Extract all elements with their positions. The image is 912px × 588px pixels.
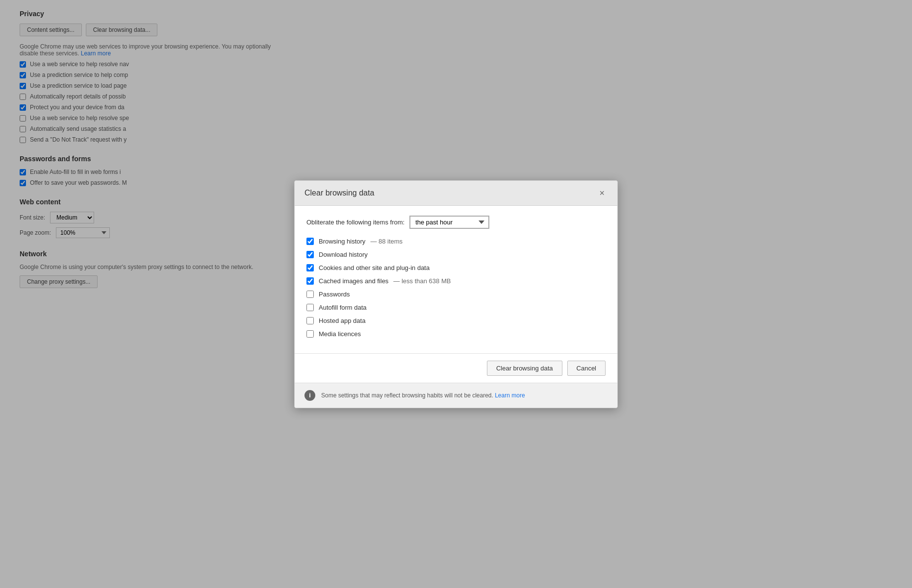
obliterate-label: Obliterate the following items from: xyxy=(306,219,405,226)
time-range-select[interactable]: the past hourthe past daythe past weekth… xyxy=(409,216,489,229)
dialog-item-detail: — 88 items xyxy=(370,238,403,245)
dialog-item-checkbox-di2[interactable] xyxy=(306,251,314,258)
dialog-item-detail: — less than 638 MB xyxy=(393,277,451,285)
dialog-item-row: Cached images and files — less than 638 … xyxy=(306,277,606,285)
dialog-info-bar: i Some settings that may reflect browsin… xyxy=(295,383,617,408)
clear-browsing-data-confirm-button[interactable]: Clear browsing data xyxy=(487,361,562,376)
dialog-item-checkbox-di5[interactable] xyxy=(306,291,314,298)
dialog-item-row: Media licences xyxy=(306,330,606,338)
dialog-item-label: Autofill form data xyxy=(319,304,367,311)
info-icon: i xyxy=(304,390,315,401)
clear-browsing-dialog: Clear browsing data × Obliterate the fol… xyxy=(294,180,618,408)
modal-overlay: Clear browsing data × Obliterate the fol… xyxy=(0,0,912,588)
dialog-item-checkbox-di3[interactable] xyxy=(306,264,314,271)
dialog-item-checkbox-di7[interactable] xyxy=(306,317,314,324)
dialog-item-label: Cached images and files xyxy=(319,277,388,285)
info-text: Some settings that may reflect browsing … xyxy=(321,392,525,399)
dialog-item-label: Passwords xyxy=(319,291,350,298)
dialog-item-checkbox-di8[interactable] xyxy=(306,330,314,338)
dialog-item-row: Hosted app data xyxy=(306,317,606,324)
dialog-item-label: Browsing history xyxy=(319,238,365,245)
obliterate-row: Obliterate the following items from: the… xyxy=(306,216,606,229)
dialog-item-label: Cookies and other site and plug-in data xyxy=(319,264,430,271)
dialog-item-row: Cookies and other site and plug-in data xyxy=(306,264,606,271)
dialog-footer: Clear browsing data Cancel xyxy=(295,353,617,383)
dialog-item-checkbox-di6[interactable] xyxy=(306,304,314,311)
cancel-button[interactable]: Cancel xyxy=(567,361,606,376)
dialog-title: Clear browsing data xyxy=(304,189,374,197)
dialog-item-label: Download history xyxy=(319,251,368,258)
dialog-close-button[interactable]: × xyxy=(596,188,608,198)
dialog-body: Obliterate the following items from: the… xyxy=(295,206,617,353)
dialog-item-row: Download history xyxy=(306,251,606,258)
info-learn-more-link[interactable]: Learn more xyxy=(495,392,525,399)
dialog-header: Clear browsing data × xyxy=(295,181,617,206)
dialog-item-row: Autofill form data xyxy=(306,304,606,311)
dialog-item-row: Browsing history — 88 items xyxy=(306,238,606,245)
dialog-item-row: Passwords xyxy=(306,291,606,298)
dialog-item-label: Hosted app data xyxy=(319,317,365,324)
dialog-item-label: Media licences xyxy=(319,330,361,338)
dialog-item-checkbox-di1[interactable] xyxy=(306,238,314,245)
dialog-items: Browsing history — 88 itemsDownload hist… xyxy=(306,238,606,338)
dialog-item-checkbox-di4[interactable] xyxy=(306,277,314,285)
